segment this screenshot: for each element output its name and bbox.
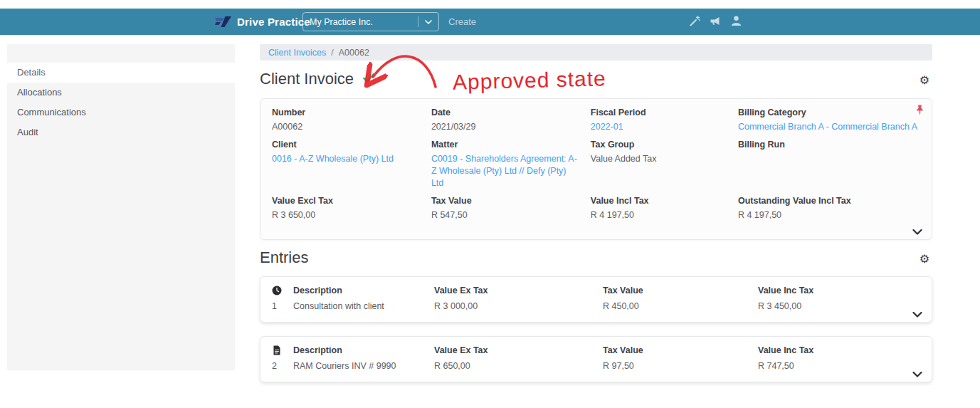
breadcrumb: Client Invoices / A00062: [260, 44, 932, 61]
entry-1-tax-value: R 450,00: [603, 301, 758, 311]
drive-practice-logo-icon: [214, 14, 233, 30]
field-value-excl-tax: Value Excl Tax R 3 650,00: [272, 196, 421, 221]
clock-icon: [272, 286, 282, 295]
annotation-text: Approved state: [453, 66, 607, 95]
tax-value-value: R 547,50: [431, 209, 581, 221]
field-tax-value: Tax Value R 547,50: [431, 196, 581, 221]
invoice-settings-gear-icon[interactable]: ⚙: [920, 75, 929, 86]
billing-category-link[interactable]: Commercial Branch A - Commercial Branch …: [738, 121, 920, 133]
create-button[interactable]: Create: [448, 16, 476, 27]
entry-1-description: Consultation with client: [293, 301, 434, 311]
megaphone-icon[interactable]: [710, 16, 721, 26]
sidebar-item-details[interactable]: Details: [7, 63, 235, 83]
practice-selector-value: My Practice Inc.: [310, 17, 411, 27]
entry-1-data-row: 1 Consultation with client R 3 000,00 R …: [272, 301, 920, 311]
approved-state-annotation: Approved state: [406, 67, 705, 103]
main-content: Client Invoices / A00062 Client Invoice …: [260, 44, 932, 382]
entry-2-header-row: Description Value Ex Tax Tax Value Value…: [272, 345, 920, 355]
entry-1-row-number: 1: [272, 301, 293, 311]
approved-check-icon: [363, 73, 374, 85]
entry-2-expand-chevron-icon[interactable]: [912, 369, 922, 380]
invoice-title-row: Client Invoice ⚙ Approved state: [260, 70, 932, 93]
field-matter: Matter C0019 - Shareholders Agreement: A…: [431, 140, 581, 189]
value-incl-tax-value: R 4 197,50: [591, 209, 728, 221]
header-icon-group: [690, 16, 742, 26]
field-outstanding-value-incl-tax: Outstanding Value Incl Tax R 4 197,50: [738, 196, 920, 221]
entry-card-1: Description Value Ex Tax Tax Value Value…: [260, 276, 932, 323]
sidebar-item-allocations[interactable]: Allocations: [7, 83, 235, 103]
sidebar-item-communications[interactable]: Communications: [7, 103, 235, 122]
client-link[interactable]: 0016 - A-Z Wholesale (Pty) Ltd: [272, 153, 421, 165]
sidebar: Details Allocations Communications Audit: [7, 44, 235, 370]
entry-card-2: Description Value Ex Tax Tax Value Value…: [260, 336, 932, 382]
entry-2-row-number: 2: [272, 361, 293, 371]
chevron-down-icon: [425, 20, 432, 24]
field-fiscal-period: Fiscal Period 2022-01: [591, 108, 728, 133]
app-header: Drive Practice My Practice Inc. Create: [0, 9, 980, 35]
sidebar-item-audit[interactable]: Audit: [7, 122, 235, 142]
entry-1-value-ex-tax: R 3 000,00: [434, 301, 603, 311]
field-tax-group: Tax Group Value Added Tax: [591, 140, 728, 189]
matter-link[interactable]: C0019 - Shareholders Agreement: A-Z Whol…: [431, 153, 581, 189]
field-number-value: A00062: [272, 121, 421, 133]
field-date-value: 2021/03/29: [431, 121, 581, 133]
user-icon[interactable]: [731, 16, 742, 26]
entry-2-value-inc-tax: R 747,50: [758, 361, 920, 371]
invoice-card-expand-chevron-icon[interactable]: [912, 226, 922, 237]
practice-selector[interactable]: My Practice Inc.: [302, 12, 439, 31]
entry-2-description: RAM Couriers INV # 9990: [293, 361, 434, 371]
field-client: Client 0016 - A-Z Wholesale (Pty) Ltd: [272, 140, 421, 189]
entry-2-data-row: 2 RAM Couriers INV # 9990 R 650,00 R 97,…: [272, 361, 920, 371]
breadcrumb-separator: /: [331, 48, 333, 58]
field-value-incl-tax: Value Incl Tax R 4 197,50: [591, 196, 728, 221]
entry-1-value-inc-tax: R 3 450,00: [758, 301, 920, 311]
wand-icon[interactable]: [690, 16, 700, 26]
entry-2-value-ex-tax: R 650,00: [434, 361, 603, 371]
tax-group-value: Value Added Tax: [591, 153, 728, 165]
field-billing-category: Billing Category Commercial Branch A - C…: [738, 108, 920, 133]
value-excl-tax-value: R 3 650,00: [272, 209, 421, 221]
entry-2-tax-value: R 97,50: [603, 361, 758, 371]
breadcrumb-client-invoices-link[interactable]: Client Invoices: [268, 48, 326, 58]
pin-icon[interactable]: [916, 105, 924, 117]
invoice-fields-grid: Number A00062 Date 2021/03/29 Fiscal Per…: [272, 108, 920, 228]
invoice-details-card: Number A00062 Date 2021/03/29 Fiscal Per…: [260, 98, 932, 240]
fiscal-period-link[interactable]: 2022-01: [591, 121, 728, 133]
entries-title: Entries: [260, 249, 308, 267]
entries-title-row: Entries ⚙: [260, 249, 932, 271]
breadcrumb-current: A00062: [339, 48, 369, 58]
selector-divider: [418, 16, 418, 27]
field-number: Number A00062: [272, 108, 421, 133]
entries-settings-gear-icon[interactable]: ⚙: [920, 253, 929, 265]
outstanding-value-incl-tax-value: R 4 197,50: [738, 209, 920, 221]
entry-1-expand-chevron-icon[interactable]: [912, 309, 922, 320]
entry-1-header-row: Description Value Ex Tax Tax Value Value…: [272, 286, 920, 295]
page-title: Client Invoice: [260, 70, 354, 88]
document-icon: [272, 345, 282, 355]
field-date: Date 2021/03/29: [431, 108, 581, 133]
field-billing-run: Billing Run: [738, 140, 920, 189]
brand-title: Drive Practice: [237, 16, 310, 28]
